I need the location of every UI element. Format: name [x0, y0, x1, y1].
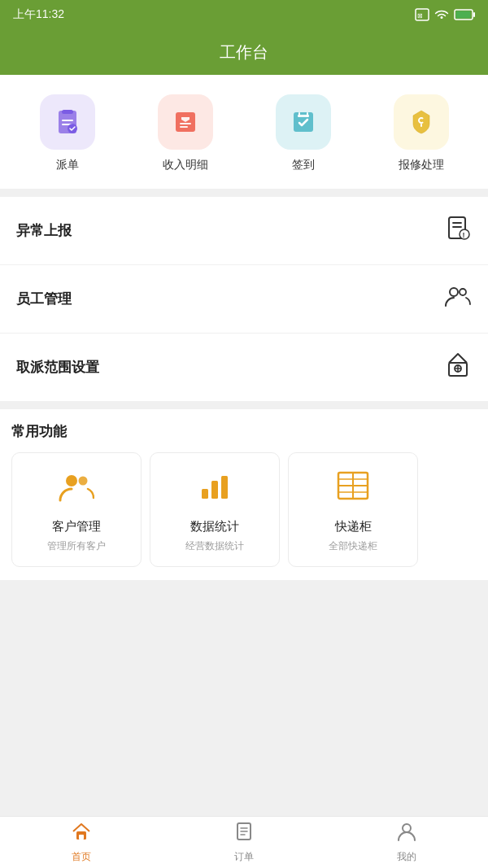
repair-label: 报修处理	[399, 158, 444, 172]
menu-item-abnormal[interactable]: 异常上报 !	[0, 197, 488, 265]
mine-nav-icon	[396, 821, 417, 847]
common-card-customer[interactable]: 客户管理 管理所有客户	[11, 452, 142, 567]
svg-rect-6	[62, 110, 73, 114]
home-nav-icon	[71, 821, 92, 847]
svg-rect-4	[456, 11, 471, 19]
repair-icon	[407, 107, 436, 137]
status-icons: ⊠	[415, 8, 475, 21]
svg-rect-11	[180, 123, 191, 124]
customer-card-icon	[59, 469, 94, 509]
customer-card-subtitle: 管理所有客户	[47, 539, 106, 553]
quick-action-dispatch[interactable]: 派单	[35, 94, 100, 172]
svg-point-47	[403, 824, 411, 832]
staff-label: 员工管理	[16, 290, 72, 308]
page-title: 工作台	[220, 41, 268, 63]
svg-point-23	[450, 288, 458, 296]
quick-action-repair[interactable]: 报修处理	[389, 94, 454, 172]
status-time: 上午11:32	[13, 7, 64, 22]
app-header: 工作台	[0, 29, 488, 75]
bottom-nav: 首页 订单 我的	[0, 816, 488, 868]
common-functions-section: 常用功能 客户管理 管理所有客户	[0, 409, 488, 580]
common-card-locker[interactable]: 快递柜 全部快递柜	[288, 452, 418, 567]
statistics-card-subtitle: 经营数据统计	[185, 539, 244, 553]
income-icon	[171, 107, 200, 137]
home-nav-label: 首页	[72, 850, 91, 864]
common-functions-grid: 客户管理 管理所有客户 数据统计 经营数据统计	[11, 452, 477, 580]
locker-card-subtitle: 全部快递柜	[329, 539, 377, 553]
svg-rect-31	[202, 489, 208, 499]
quick-action-income[interactable]: 收入明细	[153, 94, 218, 172]
repair-icon-bg	[394, 94, 449, 150]
dispatch-icon-bg	[40, 94, 95, 150]
main-content: 派单 收入明细	[0, 75, 488, 819]
common-card-statistics[interactable]: 数据统计 经营数据统计	[150, 452, 280, 567]
checkin-icon-bg	[276, 94, 331, 150]
locker-card-title: 快递柜	[335, 519, 372, 534]
svg-point-29	[66, 475, 77, 486]
nav-item-home[interactable]: 首页	[0, 821, 163, 864]
orders-nav-label: 订单	[234, 850, 254, 864]
dispatch-label: 派单	[56, 158, 79, 172]
menu-item-staff[interactable]: 员工管理	[0, 265, 488, 334]
menu-section: 异常上报 ! 员工管理	[0, 197, 488, 401]
dispatch-icon	[53, 107, 82, 137]
quick-action-checkin[interactable]: 签到	[271, 94, 336, 172]
battery-icon	[454, 9, 475, 20]
customer-card-title: 客户管理	[52, 519, 101, 534]
sim-icon: ⊠	[415, 8, 429, 21]
svg-rect-32	[211, 481, 218, 499]
svg-rect-33	[221, 476, 228, 499]
status-bar: 上午11:32 ⊠	[0, 0, 488, 29]
orders-nav-icon	[233, 821, 255, 847]
svg-rect-12	[180, 126, 188, 128]
abnormal-icon: !	[446, 215, 472, 246]
checkin-icon	[289, 107, 318, 137]
svg-text:⊠: ⊠	[417, 12, 423, 20]
svg-rect-3	[473, 12, 475, 17]
locker-card-icon	[335, 469, 371, 509]
menu-item-range[interactable]: 取派范围设置	[0, 334, 488, 401]
quick-actions-section: 派单 收入明细	[0, 75, 488, 189]
statistics-card-icon	[197, 469, 233, 509]
svg-point-24	[460, 289, 466, 295]
svg-text:!: !	[463, 231, 465, 239]
wifi-icon	[434, 8, 449, 21]
abnormal-label: 异常上报	[16, 221, 72, 240]
common-section-title: 常用功能	[11, 422, 477, 441]
mine-nav-label: 我的	[397, 850, 416, 864]
staff-icon	[444, 283, 472, 315]
statistics-card-title: 数据统计	[190, 519, 239, 534]
nav-item-orders[interactable]: 订单	[163, 821, 325, 864]
nav-item-mine[interactable]: 我的	[325, 821, 488, 864]
income-label: 收入明细	[163, 158, 208, 172]
range-label: 取派范围设置	[16, 358, 99, 377]
svg-rect-42	[79, 835, 84, 840]
income-icon-bg	[158, 94, 213, 150]
checkin-label: 签到	[292, 158, 315, 172]
svg-rect-17	[420, 124, 422, 127]
range-icon	[444, 351, 472, 383]
svg-point-30	[79, 477, 88, 486]
